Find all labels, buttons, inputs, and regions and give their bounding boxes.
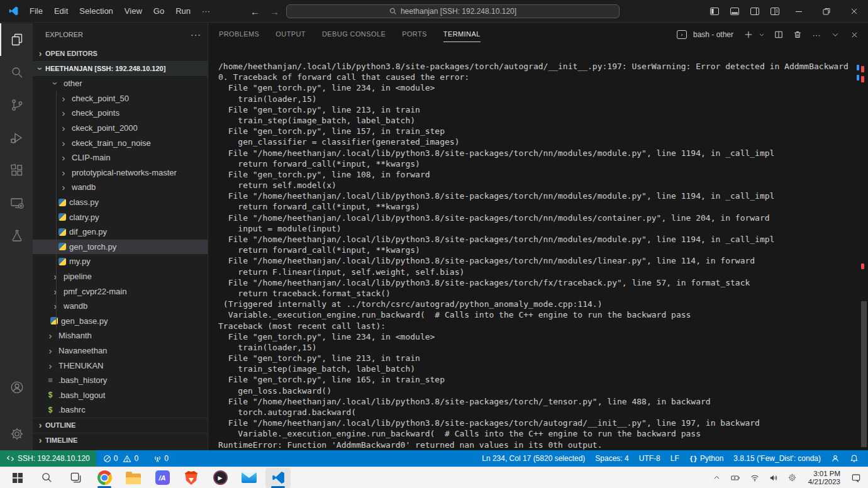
remote-explorer-icon[interactable] <box>0 187 33 219</box>
timeline-section[interactable]: › TIMELINE <box>33 433 208 448</box>
vscode-taskbar-icon[interactable] <box>265 468 291 488</box>
settings-gear-icon[interactable] <box>0 418 33 450</box>
tree-item[interactable]: wandb <box>33 180 208 195</box>
media-player-icon[interactable]: ▶ <box>208 468 233 488</box>
panel-tab[interactable]: DEBUG CONSOLE <box>322 28 386 42</box>
workspace-section[interactable]: › HEETHANJAN [SSH: 192.248.10.120] <box>33 61 208 76</box>
terminal-line: File "gen_torch.py", line 234, in <modul… <box>218 82 854 93</box>
windows-taskbar: /A ▶ 3:01 PM <box>0 467 868 488</box>
extensions-icon[interactable] <box>0 154 33 187</box>
wifi-icon[interactable] <box>748 469 762 487</box>
task-view-icon[interactable] <box>63 468 88 488</box>
split-terminal-icon[interactable] <box>772 28 785 42</box>
mail-icon[interactable] <box>236 468 262 488</box>
language-mode[interactable]: {} Python <box>686 452 727 465</box>
tree-item[interactable]: ckeck_train_no_noise <box>33 135 208 150</box>
menu-item[interactable]: ··· <box>196 4 216 19</box>
tree-item[interactable]: CLIP-main <box>33 150 208 165</box>
terminal-scrollbar[interactable] <box>861 301 867 447</box>
command-center-search[interactable]: heethanjan [SSH: 192.248.10.120] <box>286 4 620 18</box>
tree-item[interactable]: THENUKAN <box>33 358 208 373</box>
panel-tab[interactable]: PROBLEMS <box>219 28 259 42</box>
outline-section[interactable]: › OUTLINE <box>33 418 208 433</box>
hide-panel-icon[interactable] <box>829 28 842 42</box>
tree-item[interactable]: my.py <box>33 254 208 269</box>
chrome-icon[interactable] <box>92 468 117 488</box>
menu-item[interactable]: File <box>24 4 48 19</box>
tree-item[interactable]: .bash_logout <box>33 387 208 402</box>
toggle-sidebar-icon[interactable] <box>704 0 725 23</box>
taskbar-search-icon[interactable] <box>34 468 59 488</box>
encoding-indicator[interactable]: UTF-8 <box>636 452 664 465</box>
tray-chevron-icon[interactable] <box>710 469 724 487</box>
tree-item[interactable]: check_point_50 <box>33 91 208 106</box>
account-icon[interactable] <box>0 371 33 404</box>
testing-icon[interactable] <box>0 219 33 252</box>
tree-item[interactable]: gen_base.py <box>33 314 208 329</box>
terminal-output[interactable]: /home/heethanjan/.local/lib/python3.8/si… <box>218 61 854 450</box>
battery-icon[interactable] <box>729 469 743 487</box>
minimize-icon[interactable] <box>785 0 813 23</box>
python-interpreter[interactable]: 3.8.15 ('Few_Dist': conda) <box>730 452 824 465</box>
tree-item[interactable]: pipeline <box>33 269 208 284</box>
tree-item[interactable]: other <box>33 76 208 91</box>
tree-item[interactable]: .bash_history <box>33 373 208 388</box>
problems-indicator[interactable]: 0 0 <box>100 452 142 465</box>
tree-item[interactable]: wandb <box>33 299 208 314</box>
close-panel-icon[interactable] <box>848 28 860 42</box>
tree-item[interactable]: Navaneethan <box>33 343 208 358</box>
tree-item[interactable]: pmf_cvpr22-main <box>33 284 208 299</box>
forward-arrow-icon[interactable]: → <box>270 6 279 17</box>
taskbar-clock[interactable]: 3:01 PM 4/21/2023 <box>804 470 844 486</box>
tree-item[interactable]: gen_torch.py <box>33 240 208 255</box>
menu-item[interactable]: Run <box>170 4 196 19</box>
tree-item[interactable]: dif_gen.py <box>33 225 208 240</box>
notifications-bell-icon[interactable] <box>847 452 862 465</box>
search-icon[interactable] <box>0 56 33 89</box>
kill-terminal-icon[interactable] <box>791 28 804 42</box>
launch-profile-chevron-icon[interactable] <box>757 28 766 42</box>
explorer-more-actions-icon[interactable]: ··· <box>191 30 201 40</box>
close-icon[interactable] <box>840 0 868 23</box>
tree-item-label: class.py <box>69 197 99 207</box>
action-center-icon[interactable] <box>849 469 863 487</box>
ports-indicator[interactable]: 0 <box>150 452 172 465</box>
indentation-indicator[interactable]: Spaces: 4 <box>592 452 632 465</box>
remote-indicator[interactable]: SSH: 192.248.10.120 <box>0 450 96 467</box>
start-icon[interactable] <box>5 468 30 488</box>
panel-tab[interactable]: OUTPUT <box>275 28 306 42</box>
terminal-title[interactable]: bash - other <box>693 30 733 39</box>
more-actions-icon[interactable]: ··· <box>810 28 823 42</box>
file-explorer-icon[interactable] <box>121 468 146 488</box>
menu-item[interactable]: Selection <box>74 4 118 19</box>
tree-item[interactable]: clatry.py <box>33 209 208 225</box>
panel-tab[interactable]: TERMINAL <box>443 28 481 42</box>
menu-item[interactable]: Edit <box>48 4 74 19</box>
tray-gear-icon[interactable] <box>786 469 799 487</box>
explorer-icon[interactable] <box>0 23 33 56</box>
menu-item[interactable]: View <box>119 4 148 19</box>
source-control-icon[interactable] <box>0 89 33 121</box>
volume-icon[interactable] <box>767 469 781 487</box>
purple-app-icon[interactable]: /A <box>150 468 175 488</box>
customize-layout-icon[interactable] <box>765 0 785 23</box>
new-terminal-icon[interactable] <box>742 28 755 42</box>
tree-item[interactable]: .bashrc <box>33 402 208 418</box>
open-editors-section[interactable]: › OPEN EDITORS <box>33 46 208 61</box>
brave-icon[interactable] <box>179 468 204 488</box>
toggle-secondary-sidebar-icon[interactable] <box>745 0 765 23</box>
toggle-panel-icon[interactable] <box>725 0 745 23</box>
tree-item[interactable]: class.py <box>33 195 208 210</box>
restore-icon[interactable] <box>813 0 840 23</box>
tree-item[interactable]: prototypical-networks-master <box>33 165 208 180</box>
run-debug-icon[interactable] <box>0 121 33 154</box>
menu-item[interactable]: Go <box>148 4 170 19</box>
feedback-icon[interactable] <box>828 452 843 465</box>
tree-item[interactable]: Mishanth <box>33 328 208 343</box>
back-arrow-icon[interactable]: ← <box>250 6 260 17</box>
tree-item[interactable]: ckeck_point_2000 <box>33 121 208 136</box>
eol-indicator[interactable]: LF <box>667 452 682 465</box>
panel-tab[interactable]: PORTS <box>402 28 427 42</box>
tree-item[interactable]: check_points <box>33 106 208 121</box>
cursor-position[interactable]: Ln 234, Col 17 (5820 selected) <box>479 452 588 465</box>
